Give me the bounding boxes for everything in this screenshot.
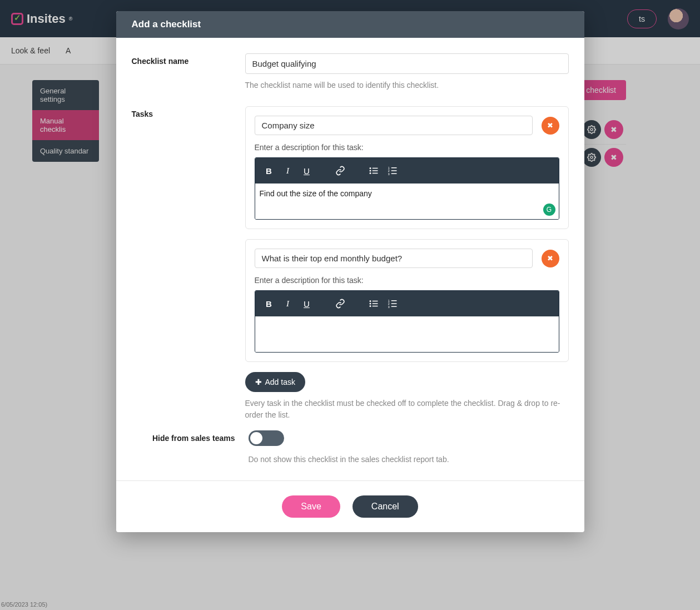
task-editor: B I U <box>255 290 559 353</box>
italic-icon: I <box>286 166 289 176</box>
bullet-list-button[interactable] <box>365 162 382 179</box>
label-checklist-name: Checklist name <box>132 53 245 91</box>
svg-text:3: 3 <box>388 305 389 309</box>
svg-rect-25 <box>391 306 396 308</box>
label-hide-from-sales: Hide from sales teams <box>132 430 249 465</box>
ordered-list-icon: 123 <box>388 166 398 176</box>
task-delete-button[interactable]: ✖ <box>542 117 559 135</box>
plus-icon: ✚ <box>255 378 262 386</box>
cancel-button[interactable]: Cancel <box>353 495 418 518</box>
svg-rect-11 <box>391 167 396 168</box>
row-hide-from-sales: Hide from sales teams Do not show this c… <box>132 430 569 465</box>
bold-button[interactable]: B <box>261 162 277 179</box>
ordered-list-icon: 123 <box>388 299 398 309</box>
close-icon: ✖ <box>547 121 553 130</box>
row-tasks: Tasks ✖ Enter a description for this tas… <box>132 106 569 420</box>
task-delete-button[interactable]: ✖ <box>542 250 559 267</box>
svg-text:3: 3 <box>388 172 389 176</box>
editor-toolbar: B I U <box>255 158 559 184</box>
svg-rect-18 <box>372 304 378 305</box>
task-card: ✖ Enter a description for this task: B I… <box>245 106 569 229</box>
italic-button[interactable]: I <box>280 162 296 179</box>
underline-button[interactable]: U <box>299 162 315 179</box>
checklist-name-input[interactable] <box>245 53 569 74</box>
toggle-knob <box>250 432 262 444</box>
ordered-list-button[interactable]: 123 <box>384 162 401 179</box>
svg-rect-23 <box>391 300 396 301</box>
grammarly-icon[interactable]: G <box>543 204 555 216</box>
task-title-input[interactable] <box>255 249 533 268</box>
svg-rect-6 <box>372 171 378 172</box>
close-icon: ✖ <box>547 254 553 262</box>
svg-point-2 <box>369 167 371 169</box>
task-editor-content[interactable]: Find out the size of the company <box>255 184 559 219</box>
save-button[interactable]: Save <box>282 495 340 518</box>
row-checklist-name: Checklist name The checklist name will b… <box>132 53 569 91</box>
bullet-list-icon <box>369 299 379 309</box>
svg-point-3 <box>369 170 371 172</box>
modal-body: Checklist name The checklist name will b… <box>116 38 584 480</box>
task-editor: B I U <box>255 157 559 220</box>
modal-footer: Save Cancel <box>116 480 584 532</box>
ordered-list-button[interactable]: 123 <box>384 295 401 312</box>
svg-point-16 <box>369 305 371 307</box>
svg-rect-7 <box>372 173 378 174</box>
hide-from-sales-toggle[interactable] <box>249 430 284 446</box>
label-tasks: Tasks <box>132 106 245 420</box>
bold-icon: B <box>266 166 272 176</box>
svg-rect-13 <box>391 173 396 175</box>
hide-help: Do not show this checklist in the sales … <box>249 454 569 465</box>
link-button[interactable] <box>332 295 349 312</box>
task-desc-label: Enter a description for this task: <box>255 143 559 152</box>
add-checklist-modal: Add a checklist Checklist name The check… <box>116 11 584 532</box>
add-task-button[interactable]: ✚ Add task <box>245 372 305 392</box>
checklist-name-help: The checklist name will be used to ident… <box>245 80 569 91</box>
svg-point-15 <box>369 303 371 305</box>
bold-button[interactable]: B <box>261 295 277 312</box>
underline-icon: U <box>304 166 310 176</box>
svg-point-4 <box>369 172 371 174</box>
bullet-list-icon <box>369 166 379 176</box>
modal-title: Add a checklist <box>116 11 584 38</box>
bullet-list-button[interactable] <box>365 295 382 312</box>
task-title-input[interactable] <box>255 116 533 135</box>
task-desc-label: Enter a description for this task: <box>255 276 559 285</box>
task-card: ✖ Enter a description for this task: B I… <box>245 239 569 362</box>
editor-toolbar: B I U <box>255 291 559 316</box>
svg-rect-19 <box>372 306 378 307</box>
svg-rect-5 <box>372 168 378 169</box>
bold-icon: B <box>266 299 272 309</box>
italic-button[interactable]: I <box>280 295 296 312</box>
svg-rect-17 <box>372 301 378 302</box>
tasks-help: Every task in the checklist must be chec… <box>245 398 569 420</box>
modal-overlay: Add a checklist Checklist name The check… <box>0 0 700 610</box>
svg-point-14 <box>369 300 371 302</box>
link-button[interactable] <box>332 162 349 179</box>
underline-icon: U <box>304 299 310 309</box>
italic-icon: I <box>286 299 289 309</box>
link-icon <box>335 166 345 176</box>
task-editor-content[interactable] <box>255 316 559 352</box>
svg-rect-24 <box>391 304 396 305</box>
svg-rect-12 <box>391 171 396 172</box>
add-task-label: Add task <box>265 378 295 386</box>
underline-button[interactable]: U <box>299 295 315 312</box>
link-icon <box>335 299 345 309</box>
